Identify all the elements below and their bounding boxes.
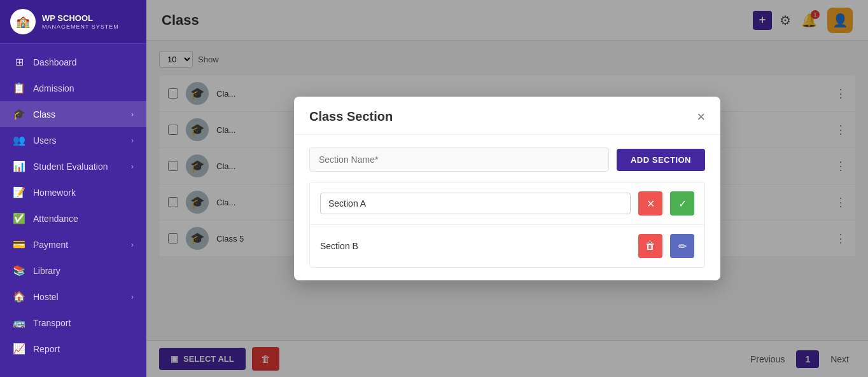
sidebar-item-class[interactable]: 🎓 Class › bbox=[0, 101, 146, 127]
sidebar-item-attendance[interactable]: ✅ Attendance bbox=[0, 205, 146, 231]
nav-icon-report: 📈 bbox=[13, 343, 25, 355]
sections-list: ✕ ✓ Section B 🗑 ✏ bbox=[309, 182, 705, 268]
nav-icon-payment: 💳 bbox=[13, 238, 25, 250]
delete-section-b-button[interactable]: 🗑 bbox=[638, 234, 662, 258]
nav-icon-attendance: ✅ bbox=[13, 212, 25, 224]
class-section-modal: Class Section × ADD SECTION ✕ bbox=[294, 97, 720, 280]
nav-icon-transport: 🚌 bbox=[13, 317, 25, 329]
sidebar-item-dashboard[interactable]: ⊞ Dashboard bbox=[0, 49, 146, 75]
chevron-icon-class: › bbox=[131, 110, 134, 119]
sidebar-label-payment: Payment bbox=[33, 240, 68, 250]
sidebar-item-student-evaluation[interactable]: 📊 Student Evaluation › bbox=[0, 153, 146, 179]
sidebar-label-class: Class bbox=[33, 109, 55, 120]
modal-title: Class Section bbox=[309, 109, 393, 124]
sidebar-logo: 🏫 WP SCHOOL MANAGEMENT SYSTEM bbox=[0, 0, 146, 44]
chevron-icon-student-evaluation: › bbox=[131, 162, 134, 171]
sidebar-label-homework: Homework bbox=[33, 188, 76, 198]
app-name: WP SCHOOL bbox=[42, 13, 119, 24]
chevron-icon-hostel: › bbox=[131, 292, 134, 301]
modal-overlay[interactable]: Class Section × ADD SECTION ✕ bbox=[146, 0, 868, 377]
sidebar-item-admission[interactable]: 📋 Admission bbox=[0, 75, 146, 101]
section-b-label: Section B bbox=[320, 241, 631, 251]
check-icon: ✓ bbox=[678, 198, 687, 210]
logo-icon: 🏫 bbox=[10, 9, 36, 34]
modal-close-button[interactable]: × bbox=[697, 110, 705, 124]
sidebar-label-admission: Admission bbox=[33, 83, 74, 93]
app-sub: MANAGEMENT SYSTEM bbox=[42, 24, 119, 30]
sidebar-item-payment[interactable]: 💳 Payment › bbox=[0, 231, 146, 257]
sidebar-label-hostel: Hostel bbox=[33, 292, 59, 302]
sidebar-label-student-evaluation: Student Evaluation bbox=[33, 161, 108, 172]
sidebar-item-report[interactable]: 📈 Report bbox=[0, 336, 146, 362]
sidebar-item-homework[interactable]: 📝 Homework bbox=[0, 179, 146, 205]
section-name-input[interactable] bbox=[309, 147, 609, 172]
nav-icon-library: 📚 bbox=[13, 264, 25, 277]
sidebar-item-hostel[interactable]: 🏠 Hostel › bbox=[0, 284, 146, 310]
cancel-section-a-button[interactable]: ✕ bbox=[638, 191, 662, 216]
section-a-input[interactable] bbox=[320, 193, 631, 214]
add-section-button[interactable]: ADD SECTION bbox=[617, 149, 705, 171]
nav-icon-student-evaluation: 📊 bbox=[13, 160, 25, 172]
pencil-icon: ✏ bbox=[678, 240, 687, 252]
sidebar-nav: ⊞ Dashboard 📋 Admission 🎓 Class › 👥 User… bbox=[0, 44, 146, 377]
edit-section-b-button[interactable]: ✏ bbox=[670, 234, 694, 258]
nav-icon-users: 👥 bbox=[13, 134, 25, 146]
modal-body: ADD SECTION ✕ ✓ bbox=[294, 135, 720, 280]
nav-icon-dashboard: ⊞ bbox=[13, 56, 25, 68]
add-section-row: ADD SECTION bbox=[309, 147, 705, 172]
sidebar-label-dashboard: Dashboard bbox=[33, 57, 77, 67]
nav-icon-hostel: 🏠 bbox=[13, 291, 25, 303]
sidebar-label-attendance: Attendance bbox=[33, 214, 78, 224]
main-area: Class + ⚙ 🔔 1 👤 10 25 50 Show bbox=[146, 0, 868, 377]
sidebar-label-report: Report bbox=[33, 344, 60, 354]
chevron-icon-payment: › bbox=[131, 240, 134, 249]
section-item-b: Section B 🗑 ✏ bbox=[310, 225, 704, 267]
sidebar-item-transport[interactable]: 🚌 Transport bbox=[0, 310, 146, 336]
sidebar: 🏫 WP SCHOOL MANAGEMENT SYSTEM ⊞ Dashboar… bbox=[0, 0, 146, 377]
sidebar-item-users[interactable]: 👥 Users › bbox=[0, 127, 146, 153]
sidebar-label-users: Users bbox=[33, 135, 57, 146]
modal-header: Class Section × bbox=[294, 97, 720, 135]
trash-icon-b: 🗑 bbox=[645, 240, 655, 252]
sidebar-label-transport: Transport bbox=[33, 318, 71, 328]
nav-icon-admission: 📋 bbox=[13, 82, 25, 94]
section-item-a: ✕ ✓ bbox=[310, 182, 704, 225]
x-icon: ✕ bbox=[647, 198, 655, 210]
chevron-icon-users: › bbox=[131, 136, 134, 145]
confirm-section-a-button[interactable]: ✓ bbox=[670, 191, 694, 216]
sidebar-label-library: Library bbox=[33, 266, 60, 276]
sidebar-item-library[interactable]: 📚 Library bbox=[0, 257, 146, 284]
nav-icon-homework: 📝 bbox=[13, 186, 25, 198]
nav-icon-class: 🎓 bbox=[13, 108, 25, 120]
